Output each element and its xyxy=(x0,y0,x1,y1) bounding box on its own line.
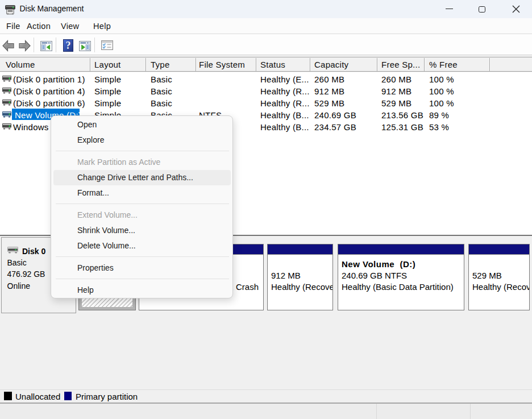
svg-text:?: ? xyxy=(66,39,71,51)
